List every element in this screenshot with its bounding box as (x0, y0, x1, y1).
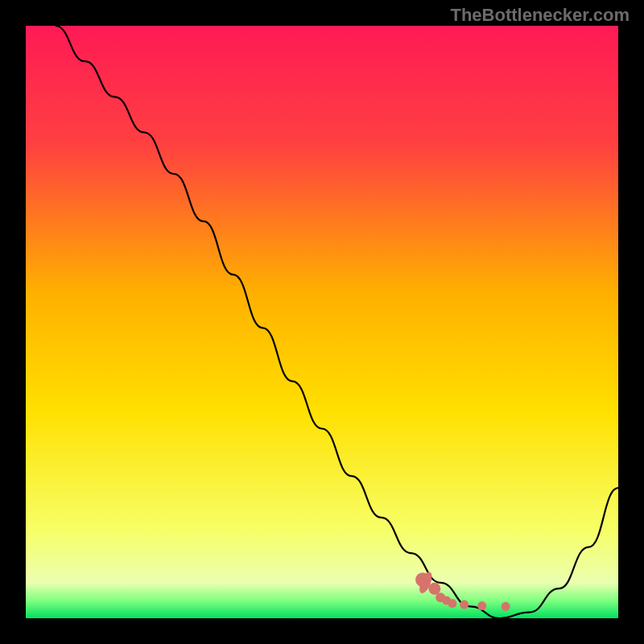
highlight-dot (502, 602, 510, 611)
highlight-dot (428, 583, 440, 595)
highlight-dot (477, 601, 486, 610)
watermark-text: TheBottlenecker.com (450, 5, 630, 26)
highlight-dot (415, 572, 430, 587)
plot-area (26, 26, 618, 618)
chart-svg (26, 26, 618, 618)
gradient-background (26, 26, 618, 618)
highlight-dot (460, 601, 469, 609)
chart-container: TheBottlenecker.com (0, 0, 644, 644)
highlight-dot (448, 599, 456, 608)
